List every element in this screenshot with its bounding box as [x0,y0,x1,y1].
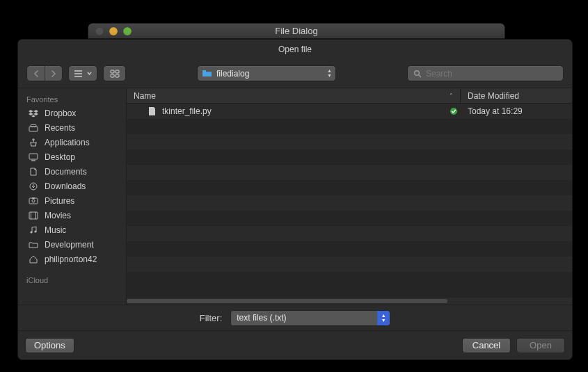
nav-back-forward [26,65,63,81]
svg-rect-18 [29,212,38,219]
location-popup[interactable]: filedialog ▲▼ [197,65,336,81]
sidebar-item-desktop[interactable]: Desktop [18,149,126,164]
search-field-wrap [407,65,564,81]
list-view-icon [74,70,85,78]
file-list-header: Name ˄ Date Modified [127,88,572,104]
window-close-button[interactable] [95,27,104,35]
scroll-thumb[interactable] [127,299,447,303]
chevron-left-icon [33,70,39,77]
nav-back-button[interactable] [27,66,45,81]
button-row: Options Cancel Open [18,330,572,359]
file-name: tkinter_file.py [162,106,212,116]
file-list: Name ˄ Date Modified tkinter_file.py [127,88,572,305]
sidebar-item-label: Applications [45,138,90,147]
sidebar-item-label: Recents [45,123,75,133]
sidebar-item-dropbox[interactable]: Dropbox [18,106,126,120]
sidebar[interactable]: Favorites Dropbox Recents Applications [18,88,127,305]
sidebar-item-label: Pictures [45,196,74,206]
sidebar-item-label: Development [45,240,94,250]
home-icon [28,254,39,264]
file-row-empty [127,180,572,195]
updown-caret-icon: ▲▼ [377,311,390,325]
movies-icon [28,211,39,220]
file-row-empty [127,257,572,272]
svg-point-21 [30,231,32,233]
filter-row: Filter: text files (.txt) ▲▼ [18,305,572,330]
open-button[interactable]: Open [516,338,565,353]
file-row-empty [127,119,572,134]
column-header-modified[interactable]: Date Modified [461,88,572,103]
file-row-empty [127,211,572,226]
sidebar-item-downloads[interactable]: Downloads [18,179,126,193]
svg-rect-11 [31,124,36,127]
sheet-subtitle: Open file [278,45,312,54]
window-zoom-button[interactable] [123,27,132,35]
pictures-icon [28,196,39,206]
desktop-icon [28,152,39,162]
cloud-status-icon [447,107,461,115]
sidebar-section-icloud: iCloud [18,273,126,286]
column-header-name[interactable]: Name ˄ [127,88,461,103]
applications-icon [28,138,39,147]
file-list-rows[interactable]: tkinter_file.py Today at 16:29 [127,104,572,298]
group-by-button[interactable] [103,65,126,81]
view-mode-button[interactable] [68,65,97,81]
location-label: filedialog [216,69,249,79]
sidebar-item-label: Downloads [45,181,86,191]
sidebar-item-pictures[interactable]: Pictures [18,193,126,208]
open-file-dialog: Open file [17,39,573,360]
svg-rect-12 [29,154,38,159]
sidebar-item-movies[interactable]: Movies [18,208,126,223]
sidebar-item-development[interactable]: Development [18,237,126,252]
svg-point-8 [415,70,420,75]
file-row-empty [127,226,572,241]
svg-rect-4 [116,70,119,73]
filter-selected: text files (.txt) [237,313,286,323]
options-button[interactable]: Options [25,338,74,353]
parent-window-titlebar: File Dialog [88,23,505,39]
svg-rect-7 [202,70,206,72]
sidebar-item-label: Dropbox [45,108,76,118]
sidebar-item-music[interactable]: Music [18,223,126,237]
button-label: Options [34,340,65,350]
updown-caret-icon: ▲▼ [327,66,332,81]
svg-rect-6 [116,74,119,77]
chevron-right-icon [51,70,56,77]
file-row-empty [127,149,572,165]
sidebar-item-documents[interactable]: Documents [18,164,126,179]
search-icon [413,70,422,78]
file-row-empty [127,272,572,287]
sidebar-item-label: philipnorton42 [45,254,97,264]
folder-icon [202,70,212,77]
button-label: Cancel [472,340,500,350]
music-icon [28,225,39,235]
recents-icon [28,123,39,133]
sidebar-item-label: Music [45,225,66,235]
file-row-empty [127,195,572,211]
svg-rect-10 [29,127,38,131]
file-modified: Today at 16:29 [461,106,572,116]
nav-forward-button[interactable] [45,66,62,81]
grid-icon [110,70,120,78]
downloads-icon [28,181,39,191]
filter-popup[interactable]: text files (.txt) ▲▼ [230,310,390,326]
sidebar-item-recents[interactable]: Recents [18,120,126,135]
column-label: Name [134,91,156,101]
window-title: File Dialog [88,26,504,36]
cancel-button[interactable]: Cancel [462,338,511,353]
sidebar-item-label: Desktop [45,152,75,162]
svg-point-16 [32,200,35,202]
sort-caret-icon: ˄ [450,92,453,99]
button-label: Open [530,340,552,350]
file-row-empty [127,241,572,257]
sidebar-item-applications[interactable]: Applications [18,135,126,149]
horizontal-scrollbar[interactable] [127,298,572,305]
filter-label: Filter: [200,313,223,323]
svg-rect-3 [111,70,114,73]
sidebar-item-label: Movies [45,211,71,220]
window-minimize-button[interactable] [109,27,118,35]
file-row[interactable]: tkinter_file.py Today at 16:29 [127,104,572,119]
search-input[interactable] [426,69,557,79]
dropbox-icon [28,108,39,118]
sidebar-item-home[interactable]: philipnorton42 [18,252,126,266]
